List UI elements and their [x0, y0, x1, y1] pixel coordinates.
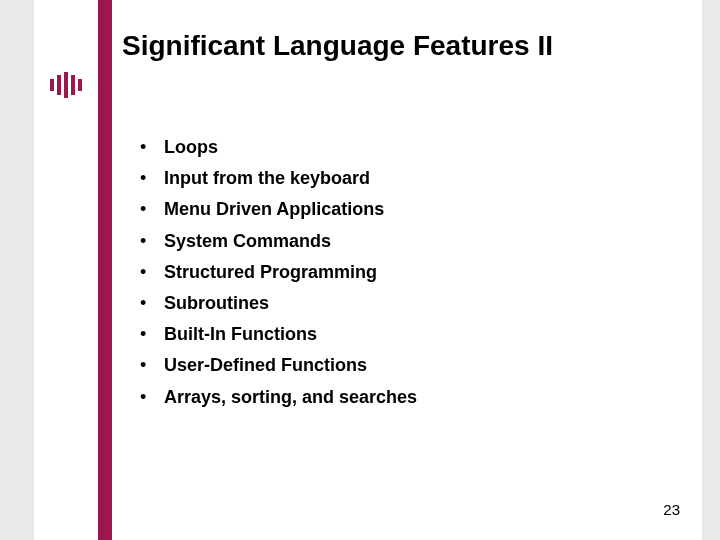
- bullet-icon: •: [140, 291, 164, 316]
- bullet-text: Built-In Functions: [164, 322, 317, 347]
- bullet-text: User-Defined Functions: [164, 353, 367, 378]
- accent-band: [98, 0, 112, 540]
- bullet-text: System Commands: [164, 229, 331, 254]
- bullet-text: Subroutines: [164, 291, 269, 316]
- list-item: • Subroutines: [140, 291, 660, 316]
- bullet-icon: •: [140, 166, 164, 191]
- page-number: 23: [663, 501, 680, 518]
- right-gutter: [702, 0, 720, 540]
- bullet-icon: •: [140, 322, 164, 347]
- bullet-icon: •: [140, 197, 164, 222]
- bullet-text: Arrays, sorting, and searches: [164, 385, 417, 410]
- list-item: • Built-In Functions: [140, 322, 660, 347]
- list-item: • User-Defined Functions: [140, 353, 660, 378]
- list-item: • Structured Programming: [140, 260, 660, 285]
- bullet-icon: •: [140, 229, 164, 254]
- bullet-icon: •: [140, 385, 164, 410]
- bullet-text: Input from the keyboard: [164, 166, 370, 191]
- bullet-list: • Loops • Input from the keyboard • Menu…: [140, 135, 660, 416]
- list-item: • Input from the keyboard: [140, 166, 660, 191]
- left-gutter: [0, 0, 34, 540]
- bullet-text: Loops: [164, 135, 218, 160]
- logo-icon: [46, 70, 86, 100]
- list-item: • Arrays, sorting, and searches: [140, 385, 660, 410]
- bullet-icon: •: [140, 135, 164, 160]
- bullet-icon: •: [140, 260, 164, 285]
- list-item: • Loops: [140, 135, 660, 160]
- bullet-icon: •: [140, 353, 164, 378]
- slide: Significant Language Features II • Loops…: [0, 0, 720, 540]
- bullet-text: Menu Driven Applications: [164, 197, 384, 222]
- list-item: • System Commands: [140, 229, 660, 254]
- slide-title: Significant Language Features II: [122, 30, 553, 62]
- bullet-text: Structured Programming: [164, 260, 377, 285]
- list-item: • Menu Driven Applications: [140, 197, 660, 222]
